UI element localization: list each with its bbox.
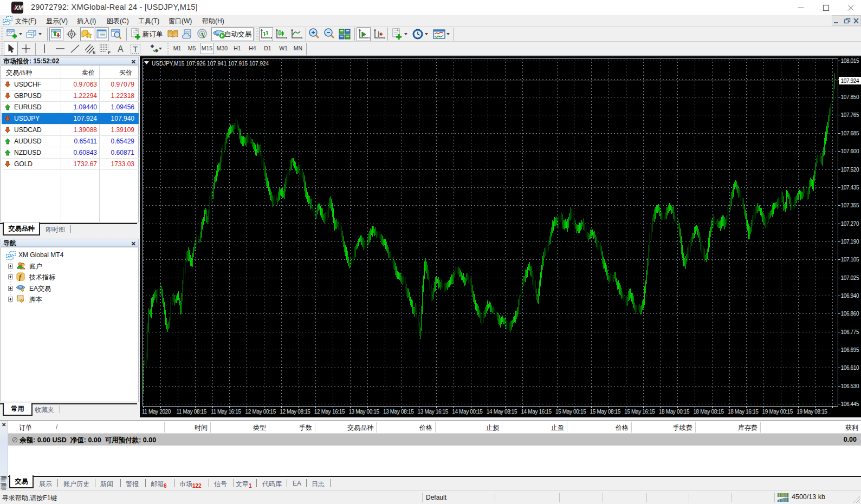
svg-text:107.025: 107.025 [841, 275, 859, 281]
svg-text:107.105: 107.105 [841, 257, 859, 263]
svg-text:15 May 08:15: 15 May 08:15 [590, 409, 621, 415]
svg-text:106.445: 106.445 [841, 401, 859, 407]
svg-text:108.015: 108.015 [841, 58, 859, 64]
svg-text:107.850: 107.850 [841, 94, 859, 100]
svg-text:107.765: 107.765 [841, 112, 859, 118]
svg-text:XM: XM [14, 5, 23, 11]
svg-text:15 May 16:15: 15 May 16:15 [624, 409, 655, 415]
svg-text:E: E [93, 50, 96, 55]
svg-text:15 May 00:15: 15 May 00:15 [555, 409, 586, 415]
svg-text:12 May 08:15: 12 May 08:15 [280, 409, 310, 415]
svg-text:107.685: 107.685 [841, 130, 859, 136]
svg-text:F: F [108, 50, 111, 55]
svg-text:13 May 16:15: 13 May 16:15 [418, 409, 449, 415]
svg-text:18 May 16:15: 18 May 16:15 [728, 409, 759, 415]
svg-text:14 May 00:15: 14 May 00:15 [452, 409, 483, 415]
svg-text:107.600: 107.600 [841, 148, 859, 154]
svg-text:19 May 00:15: 19 May 00:15 [762, 409, 793, 415]
svg-text:13 May 00:15: 13 May 00:15 [348, 409, 379, 415]
svg-text:12 May 16:15: 12 May 16:15 [314, 409, 345, 415]
svg-text:106.610: 106.610 [841, 365, 859, 371]
svg-text:T: T [133, 45, 138, 54]
svg-text:19 May 08:15: 19 May 08:15 [797, 409, 827, 415]
svg-text:18 May 00:15: 18 May 00:15 [659, 409, 690, 415]
svg-text:107.435: 107.435 [841, 185, 859, 191]
svg-text:107.924: 107.924 [841, 78, 859, 84]
svg-text:107.270: 107.270 [841, 221, 859, 227]
svg-text:106.530: 106.530 [841, 383, 859, 389]
svg-text:A: A [118, 44, 124, 54]
svg-text:14 May 08:15: 14 May 08:15 [487, 409, 517, 415]
svg-text:18 May 08:15: 18 May 08:15 [693, 409, 724, 415]
svg-text:106.940: 106.940 [841, 293, 859, 299]
svg-text:11 May 16:15: 11 May 16:15 [211, 409, 241, 415]
svg-text:106.695: 106.695 [841, 347, 859, 353]
svg-text:107.190: 107.190 [841, 239, 859, 245]
svg-text:106.860: 106.860 [841, 311, 859, 317]
svg-text:13 May 08:15: 13 May 08:15 [383, 409, 414, 415]
svg-text:12 May 00:15: 12 May 00:15 [245, 409, 276, 415]
svg-text:107.355: 107.355 [841, 202, 859, 208]
svg-text:11 May 08:15: 11 May 08:15 [176, 409, 206, 415]
svg-text:106.775: 106.775 [841, 329, 859, 335]
svg-text:14 May 16:15: 14 May 16:15 [521, 409, 552, 415]
svg-text:USDJPY,M15 107.926 107.941 10: USDJPY,M15 107.926 107.941 107.915 107.9… [152, 61, 269, 67]
svg-text:107.520: 107.520 [841, 167, 859, 173]
svg-text:11 May 2020: 11 May 2020 [142, 409, 171, 415]
